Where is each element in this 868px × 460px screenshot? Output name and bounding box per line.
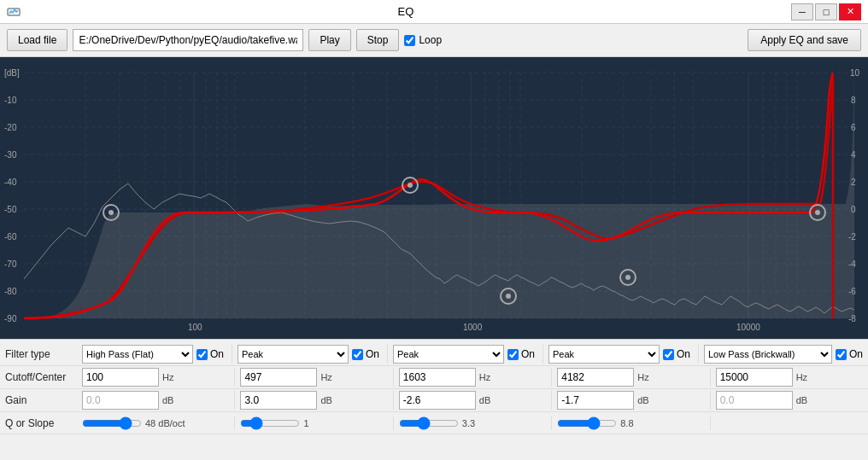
- svg-text:100: 100: [188, 323, 202, 332]
- load-file-button[interactable]: Load file: [7, 29, 67, 51]
- minimize-button[interactable]: ─: [791, 3, 813, 20]
- filter-3-gain-input[interactable]: [399, 391, 476, 410]
- close-button[interactable]: ✕: [839, 3, 861, 20]
- filter-1-cutoff-unit: Hz: [162, 372, 173, 382]
- filter-1-gain-input[interactable]: [82, 391, 159, 410]
- filter-2-cutoff-unit: Hz: [320, 372, 331, 382]
- svg-text:-80: -80: [4, 287, 17, 296]
- eq-chart-svg[interactable]: [dB] -10 -20 -30 -40 -50 -60 -70 -80 -90…: [0, 57, 868, 339]
- svg-text:10: 10: [850, 68, 860, 78]
- filter-5-type-cell: Low Pass (Brickwall) High Pass (Flat) Hi…: [699, 345, 868, 364]
- play-button[interactable]: Play: [308, 29, 350, 51]
- toolbar: Load file Play Stop Loop Apply EQ and sa…: [0, 24, 868, 57]
- filter-2-cutoff-cell: Hz: [235, 368, 393, 387]
- svg-text:-10: -10: [4, 96, 17, 105]
- cutoff-label: Cutoff/Center: [0, 371, 77, 383]
- svg-text:1000: 1000: [463, 323, 483, 332]
- svg-point-70: [408, 183, 413, 188]
- filter-5-on-text: On: [849, 348, 863, 360]
- filter-2-cutoff-input[interactable]: [240, 368, 317, 387]
- filter-4-gain-input[interactable]: [557, 391, 634, 410]
- filter-1-qslope-slider[interactable]: [82, 416, 142, 430]
- svg-text:8: 8: [851, 96, 856, 105]
- filter-2-qslope-slider[interactable]: [240, 416, 300, 430]
- filter-5-on-checkbox[interactable]: [836, 349, 847, 360]
- filter-1-on-checkbox[interactable]: [196, 349, 208, 360]
- filter-5-gain-unit: dB: [796, 395, 807, 405]
- gain-row: Gain dB dB dB dB dB: [0, 389, 868, 412]
- filter-1-cutoff-input[interactable]: [82, 368, 159, 387]
- filter-4-gain-unit: dB: [637, 395, 648, 405]
- filter-3-on-label: On: [507, 348, 535, 360]
- loop-checkbox-label: Loop: [404, 34, 442, 46]
- titlebar: EQ ─ □ ✕: [0, 0, 868, 24]
- filter-5-on-label: On: [836, 348, 863, 360]
- filter-3-type-select[interactable]: Peak High Pass (Flat) High Pass Low Pass…: [393, 345, 504, 364]
- filter-2-type-cell: Peak High Pass (Flat) High Pass Low Pass…: [232, 345, 388, 364]
- cutoff-row: Cutoff/Center Hz Hz Hz Hz Hz: [0, 366, 868, 389]
- filter-5-cutoff-cell: Hz: [711, 368, 868, 387]
- filter-5-cutoff-unit: Hz: [796, 372, 807, 382]
- svg-text:-20: -20: [4, 123, 17, 132]
- filter-1-cutoff-cell: Hz: [77, 368, 235, 387]
- eq-chart-container: [dB] -10 -20 -30 -40 -50 -60 -70 -80 -90…: [0, 57, 868, 339]
- filter-4-type-select[interactable]: Peak High Pass (Flat) High Pass Low Pass…: [548, 345, 660, 364]
- filter-1-gain-cell: dB: [77, 391, 235, 410]
- svg-text:-50: -50: [4, 205, 17, 214]
- filter-2-qslope-cell: 1: [235, 416, 393, 430]
- file-path-input[interactable]: [73, 29, 303, 51]
- filter-3-qslope-value: 3.3: [462, 418, 475, 428]
- filter-3-gain-cell: dB: [394, 391, 552, 410]
- filter-3-cutoff-unit: Hz: [479, 372, 490, 382]
- app-icon: [7, 5, 21, 19]
- loop-label: Loop: [419, 34, 442, 46]
- gain-label: Gain: [0, 394, 77, 406]
- svg-text:10000: 10000: [736, 323, 760, 332]
- filter-type-label: Filter type: [0, 348, 77, 360]
- filter-4-on-label: On: [663, 348, 690, 360]
- filter-3-qslope-slider[interactable]: [399, 416, 459, 430]
- filter-5-gain-input[interactable]: [716, 391, 793, 410]
- svg-point-72: [506, 294, 511, 299]
- filter-5-type-select[interactable]: Low Pass (Brickwall) High Pass (Flat) Hi…: [704, 345, 832, 364]
- filter-4-cutoff-unit: Hz: [637, 372, 648, 382]
- svg-text:[dB]: [dB]: [4, 68, 20, 78]
- stop-button[interactable]: Stop: [356, 29, 400, 51]
- filter-5-gain-cell: dB: [711, 391, 868, 410]
- filter-2-type-select[interactable]: Peak High Pass (Flat) High Pass Low Pass…: [238, 345, 349, 364]
- filter-3-type-cell: Peak High Pass (Flat) High Pass Low Pass…: [388, 345, 543, 364]
- svg-text:-70: -70: [4, 259, 17, 269]
- filter-2-gain-input[interactable]: [240, 391, 317, 410]
- q-slope-label: Q or Slope: [0, 417, 77, 429]
- filter-4-qslope-value: 8.8: [620, 418, 633, 428]
- filter-1-qslope-cell: 48 dB/oct: [77, 416, 235, 430]
- bottom-controls: Filter type High Pass (Flat) High Pass L…: [0, 339, 868, 434]
- filter-2-on-label: On: [352, 348, 379, 360]
- apply-eq-button[interactable]: Apply EQ and save: [748, 29, 861, 51]
- filter-1-type-select[interactable]: High Pass (Flat) High Pass Low Pass (Bri…: [82, 345, 193, 364]
- filter-4-cutoff-input[interactable]: [557, 368, 634, 387]
- filter-4-qslope-slider[interactable]: [557, 416, 617, 430]
- filter-3-cutoff-input[interactable]: [399, 368, 476, 387]
- restore-button[interactable]: □: [815, 3, 837, 20]
- svg-point-68: [108, 210, 114, 215]
- filter-3-on-checkbox[interactable]: [507, 349, 519, 360]
- filter-3-qslope-cell: 3.3: [394, 416, 552, 430]
- filter-3-cutoff-cell: Hz: [394, 368, 552, 387]
- filter-2-gain-unit: dB: [320, 395, 331, 405]
- loop-checkbox[interactable]: [404, 35, 415, 46]
- filter-3-on-text: On: [521, 348, 535, 360]
- filter-4-type-cell: Peak High Pass (Flat) High Pass Low Pass…: [543, 345, 699, 364]
- svg-text:-60: -60: [4, 232, 17, 242]
- filter-2-on-checkbox[interactable]: [352, 349, 363, 360]
- filter-4-on-checkbox[interactable]: [663, 349, 674, 360]
- filter-4-qslope-cell: 8.8: [552, 416, 710, 430]
- filter-1-on-text: On: [210, 348, 224, 360]
- filter-4-gain-cell: dB: [552, 391, 710, 410]
- svg-text:-40: -40: [4, 178, 17, 187]
- filter-4-on-text: On: [677, 348, 690, 360]
- svg-point-76: [815, 210, 820, 215]
- filter-2-gain-cell: dB: [235, 391, 393, 410]
- filter-5-cutoff-input[interactable]: [716, 368, 793, 387]
- window-controls: ─ □ ✕: [791, 3, 861, 20]
